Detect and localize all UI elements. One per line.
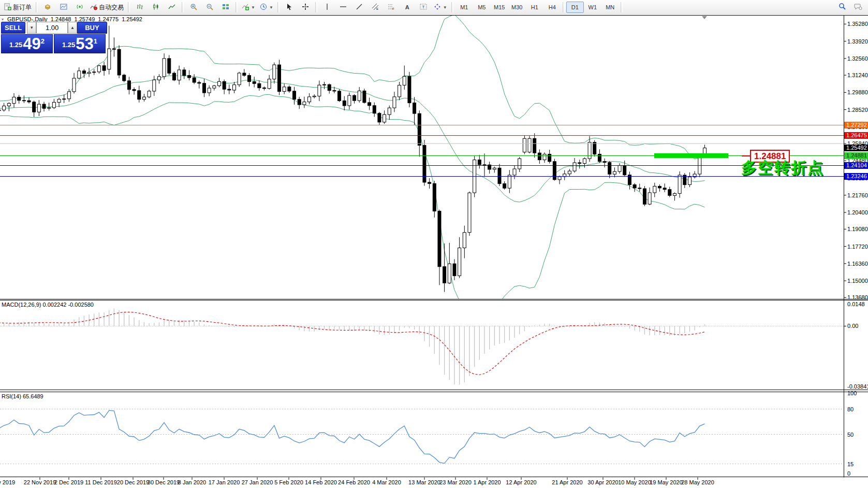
timeframe-w1-button[interactable]: W1 — [584, 2, 601, 13]
vertical-line-button[interactable] — [319, 1, 335, 13]
dropdown-arrow-icon: ▼ — [251, 5, 255, 10]
macd-label: MACD(12,26,9) 0.002242 -0.002580 — [2, 302, 94, 308]
timeframe-mn-button[interactable]: MN — [601, 2, 619, 13]
toolbar-separator — [315, 2, 317, 12]
chart-canvas — [0, 0, 868, 488]
date-label: 11 Dec 2019 — [85, 479, 117, 485]
line-chart-button[interactable] — [164, 1, 180, 13]
text-button[interactable]: A — [400, 1, 415, 13]
date-label: 12 Apr 2020 — [506, 479, 536, 485]
crosshair-button[interactable] — [298, 1, 313, 13]
macd-axis-zero-label: 0.00 — [847, 323, 858, 329]
price-badge: 1.25492 — [844, 145, 868, 151]
timeframe-bar: M1M5M15M30H1H4D1W1MN — [455, 2, 624, 13]
date-label: 21 Apr 2020 — [552, 479, 582, 485]
search-button[interactable] — [834, 1, 850, 13]
price-badge: 1.24881 — [844, 152, 868, 159]
date-label: 4 Mar 2020 — [372, 479, 401, 485]
buy-price-box[interactable]: 1.25 53 1 — [54, 34, 106, 53]
text-icon: A — [405, 4, 409, 10]
price-tick-label: 1.20400 — [847, 209, 868, 216]
charts-button[interactable] — [56, 1, 71, 13]
zoom-in-button[interactable] — [186, 1, 201, 13]
toolbar-separator — [236, 2, 238, 12]
clock-icon — [260, 3, 267, 12]
cursor-button[interactable] — [282, 1, 297, 13]
sell-price-big: 49 — [23, 36, 40, 52]
sell-price-box[interactable]: 1.25 49 2 — [1, 34, 53, 53]
zoom-out-icon — [206, 3, 213, 12]
mt4-window: { "toolbar":{ "new_order_label":"新订单", "… — [0, 0, 868, 488]
date-label: 30 Apr 2020 — [587, 479, 618, 485]
price-tick-label: 1.32560 — [847, 55, 868, 62]
chat-button[interactable] — [850, 1, 866, 13]
horizontal-line-icon — [340, 3, 347, 12]
turning-point-annotation[interactable]: 多空转折点 — [741, 157, 824, 179]
buy-button[interactable]: BUY — [77, 22, 107, 34]
indicators-button[interactable]: ▼ — [240, 1, 257, 13]
date-label: 27 Jan 2020 — [242, 479, 273, 485]
candlestick-chart-button[interactable] — [148, 1, 164, 13]
indicators-icon — [242, 3, 249, 12]
dropdown-arrow-icon: ▼ — [269, 5, 273, 10]
date-label: 28 May 2020 — [681, 479, 714, 485]
fibonacci-button[interactable]: F — [384, 1, 399, 13]
text-label-button[interactable]: T — [416, 1, 431, 13]
sell-button[interactable]: SELL — [1, 22, 25, 34]
one-click-trading-panel: SELL ▼ 1.00 ▲ BUY 1.25 49 2 1.25 53 1 — [1, 22, 107, 53]
timeframe-d1-button[interactable]: D1 — [566, 2, 584, 13]
toolbar-separator — [277, 2, 279, 12]
channel-icon: E — [372, 3, 379, 12]
toolbar-separator — [621, 2, 623, 12]
svg-text:F: F — [392, 7, 394, 10]
date-label: 17 Jan 2020 — [209, 479, 240, 485]
zoom-out-button[interactable] — [202, 1, 217, 13]
trendline-button[interactable] — [351, 1, 367, 13]
auto-trading-button[interactable]: 自动交易 — [88, 1, 126, 13]
toolbar-separator — [36, 2, 38, 12]
periods-button[interactable]: ▼ — [258, 1, 275, 13]
date-label: 20 Dec 2019 — [117, 479, 149, 485]
timeframe-m1-button[interactable]: M1 — [455, 2, 473, 13]
volume-decrease-button[interactable]: ▼ — [27, 22, 36, 34]
timeframe-m15-button[interactable]: M15 — [491, 2, 508, 13]
price-tick-label: 1.16360 — [847, 261, 868, 267]
date-label: 24 Feb 2020 — [338, 479, 370, 485]
chart-shift-marker[interactable] — [702, 16, 707, 19]
rsi-label: RSI(14) 65.6489 — [2, 393, 43, 399]
one-click-collapse-icon[interactable]: ▾ — [2, 17, 4, 22]
horizontal-line-button[interactable] — [335, 1, 351, 13]
bar-chart-icon — [136, 3, 143, 12]
zoom-in-icon — [190, 3, 197, 12]
bar-chart-button[interactable] — [132, 1, 148, 13]
new-order-label: 新订单 — [13, 3, 32, 12]
date-label: 2 Dec 2019 — [54, 479, 83, 485]
equidistant-channel-button[interactable]: E — [367, 1, 383, 13]
date-label: 5 Feb 2020 — [274, 479, 303, 485]
arrows-icon — [434, 3, 441, 12]
candlestick-icon — [152, 3, 159, 12]
rsi-level-label: 80 — [847, 406, 854, 412]
timeframe-m5-button[interactable]: M5 — [473, 2, 491, 13]
arrows-button[interactable]: ▼ — [432, 1, 449, 13]
signals-button[interactable] — [72, 1, 87, 13]
layouts-button[interactable] — [40, 1, 55, 13]
rsi-level-label: 15 — [847, 461, 854, 467]
tile-windows-button[interactable] — [218, 1, 233, 13]
price-tick-label: 1.33920 — [847, 38, 868, 45]
dropdown-arrow-icon: ▼ — [443, 5, 447, 10]
price-badge: 1.26475 — [844, 132, 868, 139]
line-chart-icon — [168, 3, 175, 12]
macd-axis-min-label: -0.038415 — [847, 383, 868, 390]
timeframe-h4-button[interactable]: H4 — [543, 2, 561, 13]
timeframe-m30-button[interactable]: M30 — [508, 2, 526, 13]
new-order-button[interactable]: 新订单 — [2, 1, 34, 13]
rsi-level-label: 50 — [847, 432, 854, 438]
date-label: 13 Mar 2020 — [408, 479, 440, 485]
price-tick-label: 1.28520 — [847, 107, 868, 113]
auto-trading-icon — [90, 3, 97, 12]
volume-increase-button[interactable]: ▲ — [68, 22, 77, 34]
date-label: 1 Apr 2020 — [473, 479, 501, 485]
timeframe-h1-button[interactable]: H1 — [526, 2, 543, 13]
auto-trading-label: 自动交易 — [99, 3, 124, 12]
